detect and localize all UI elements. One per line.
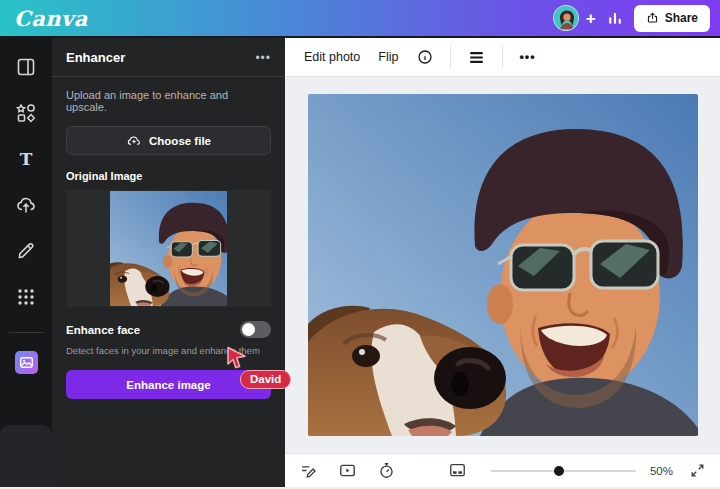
enhance-face-label: Enhance face bbox=[66, 324, 140, 336]
flip-button[interactable]: Flip bbox=[369, 44, 407, 70]
sidebar-bottom-surface bbox=[0, 425, 52, 487]
toggle-knob bbox=[242, 323, 255, 336]
adjust-lines-icon[interactable] bbox=[458, 42, 495, 73]
notes-icon[interactable] bbox=[299, 461, 318, 480]
enhancer-app-icon[interactable] bbox=[13, 349, 39, 375]
original-image-preview[interactable] bbox=[66, 190, 271, 307]
uploads-icon[interactable] bbox=[13, 192, 39, 218]
sidebar: T bbox=[0, 38, 52, 487]
share-icon bbox=[646, 11, 659, 25]
svg-text:T: T bbox=[20, 149, 33, 169]
original-image-thumbnail bbox=[110, 191, 227, 306]
enhance-image-button[interactable]: Enhance image bbox=[66, 370, 271, 399]
cloud-plus-icon bbox=[126, 133, 142, 149]
canva-logo: Canva bbox=[14, 6, 88, 31]
canvas-area: Edit photo Flip ••• bbox=[285, 38, 720, 487]
original-image-label: Original Image bbox=[66, 170, 271, 182]
panel-title: Enhancer bbox=[66, 50, 125, 65]
toolbar-separator bbox=[502, 46, 503, 68]
elements-icon[interactable] bbox=[13, 100, 39, 126]
choose-file-button[interactable]: Choose file bbox=[66, 126, 271, 155]
canvas-toolbar: Edit photo Flip ••• bbox=[285, 38, 720, 77]
text-tool-icon[interactable]: T bbox=[13, 146, 39, 172]
panel-divider bbox=[52, 76, 285, 77]
zoom-level-label: 50% bbox=[650, 465, 673, 477]
share-button[interactable]: Share bbox=[634, 5, 710, 32]
apps-icon[interactable] bbox=[13, 284, 39, 310]
avatar[interactable] bbox=[553, 5, 579, 31]
design-stage bbox=[285, 77, 720, 453]
panel-more-button[interactable]: ••• bbox=[255, 51, 271, 65]
enhance-face-hint: Detect faces in your image and enhance t… bbox=[66, 345, 271, 356]
add-collaborator-button[interactable]: + bbox=[586, 10, 596, 27]
toolbar-separator bbox=[450, 46, 451, 68]
timer-icon[interactable] bbox=[377, 461, 396, 480]
grid-view-icon[interactable] bbox=[448, 461, 467, 480]
present-icon[interactable] bbox=[338, 461, 357, 480]
zoom-slider-knob[interactable] bbox=[554, 466, 564, 476]
panel-description: Upload an image to enhance and upscale. bbox=[66, 89, 271, 113]
selfie-photo[interactable] bbox=[308, 94, 698, 436]
insights-icon[interactable] bbox=[605, 8, 625, 28]
canvas-bottom-bar: 50% bbox=[285, 453, 720, 487]
sidebar-divider bbox=[9, 332, 43, 333]
draw-icon[interactable] bbox=[13, 238, 39, 264]
enhance-face-toggle[interactable] bbox=[240, 321, 271, 338]
avatar-image bbox=[554, 6, 579, 31]
design-layout-icon[interactable] bbox=[13, 54, 39, 80]
info-icon[interactable] bbox=[407, 42, 443, 72]
toolbar-more-button[interactable]: ••• bbox=[510, 44, 544, 70]
edit-photo-button[interactable]: Edit photo bbox=[295, 44, 369, 70]
zoom-slider[interactable] bbox=[491, 470, 636, 472]
top-bar: Canva + Share bbox=[0, 0, 720, 38]
enhancer-panel: Enhancer ••• Upload an image to enhance … bbox=[52, 38, 285, 487]
choose-file-label: Choose file bbox=[149, 135, 211, 147]
share-button-label: Share bbox=[665, 11, 698, 25]
fullscreen-icon[interactable] bbox=[689, 462, 706, 479]
